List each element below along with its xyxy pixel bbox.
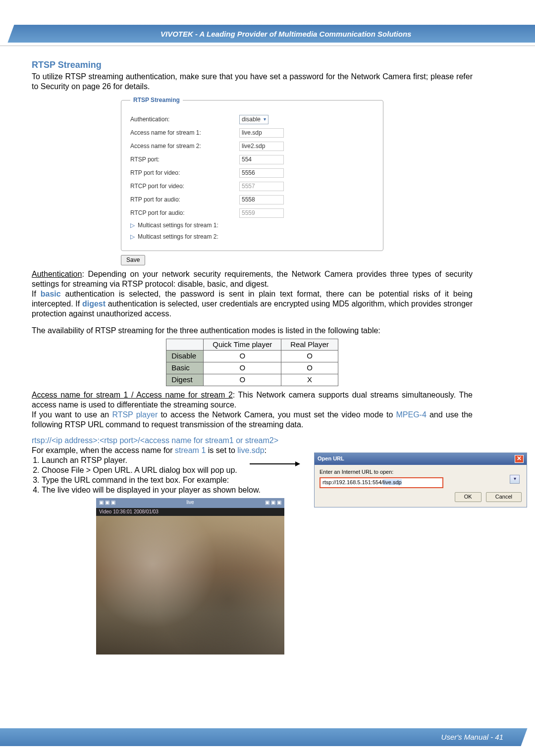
cell: X — [281, 374, 338, 386]
access-underline-label: Access name for stream 1 / Access name f… — [32, 391, 233, 399]
fieldset-legend: RTSP Streaming — [130, 97, 183, 104]
row-access2: Access name for stream 2: live2.sdp — [130, 142, 374, 151]
ok-button[interactable]: OK — [455, 492, 482, 502]
save-button[interactable]: Save — [121, 255, 145, 265]
rtsp-fieldset-figure: RTSP Streaming Authentication: disable ▾… — [121, 97, 383, 251]
chevron-down-icon: ▾ — [264, 116, 266, 123]
section-title: RTSP Streaming — [32, 59, 473, 71]
if-pre: If — [32, 290, 41, 298]
label-authentication: Authentication: — [130, 116, 239, 123]
label-rtcp-video: RTCP port for video: — [130, 183, 239, 190]
cell-disable: Disable — [166, 351, 204, 362]
input-rtp-video[interactable]: 5556 — [239, 168, 284, 178]
row-multicast1[interactable]: ▷ Multicast settings for stream 1: — [130, 222, 374, 229]
player-toolbar-right: ▣ ▣ ▣ — [265, 500, 281, 506]
digest-term: digest — [82, 300, 106, 308]
row-authentication: Authentication: disable ▾ — [130, 115, 374, 124]
input-rtp-audio[interactable]: 5558 — [239, 195, 284, 204]
url-template: rtsp://<ip address>:<rtsp port>/<access … — [32, 436, 473, 446]
label-multicast2: Multicast settings for stream 2: — [138, 233, 218, 241]
example-end: : — [265, 446, 267, 454]
input-access1[interactable]: live.sdp — [239, 128, 284, 138]
player-titlebar: ▣ ▣ ▣ live ▣ ▣ ▣ — [96, 498, 284, 508]
table-row: Digest O X — [166, 374, 338, 386]
input-rtcp-video[interactable]: 5557 — [239, 182, 284, 191]
authentication-select[interactable]: disable ▾ — [239, 115, 268, 124]
cell: O — [204, 351, 281, 362]
dialog-buttons: OK Cancel — [320, 492, 522, 502]
row-access1: Access name for stream 1: live.sdp — [130, 128, 374, 138]
input-access2[interactable]: live2.sdp — [239, 142, 284, 151]
label-rtcp-audio: RTCP port for audio: — [130, 209, 239, 217]
authentication-paragraph: Authentication: Depending on your networ… — [32, 269, 473, 289]
basic-digest-paragraph: If basic authentication is selected, the… — [32, 289, 473, 319]
basic-term: basic — [41, 290, 61, 298]
player-toolbar-left: ▣ ▣ ▣ — [99, 500, 115, 506]
table-header-empty — [166, 339, 204, 351]
live-sdp-term: live.sdp — [237, 446, 264, 454]
auth-table: Quick Time player Real Player Disable O … — [166, 339, 338, 386]
cell: O — [281, 362, 338, 374]
row-rtp-audio: RTP port for audio: 5558 — [130, 195, 374, 204]
header-title: VIVOTEK - A Leading Provider of Multimed… — [160, 30, 411, 38]
row-rtp-video: RTP port for video: 5556 — [130, 168, 374, 178]
row-rtsp-port: RTSP port: 554 — [130, 155, 374, 164]
row-rtcp-audio: RTCP port for audio: 5559 — [130, 208, 374, 218]
steps-and-dialog-row: Launch an RTSP player. Choose File > Ope… — [32, 455, 473, 495]
table-header-quicktime: Quick Time player — [204, 339, 281, 351]
url-input[interactable]: rtsp://192.168.5.151:554/live.sdp — [320, 477, 443, 488]
stream1-term: stream 1 — [175, 446, 206, 454]
mpeg4-term: MPEG-4 — [396, 410, 426, 419]
rtsp-fieldset: RTSP Streaming Authentication: disable ▾… — [121, 97, 383, 251]
page-header-bar: VIVOTEK - A Leading Provider of Multimed… — [0, 25, 535, 43]
dialog-body: Enter an Internet URL to open: rtsp://19… — [315, 465, 527, 507]
access-name-paragraph: Access name for stream 1 / Access name f… — [32, 390, 473, 410]
access2-mid: to access the Network Camera, you must s… — [158, 410, 396, 419]
row-rtcp-video: RTCP port for video: 5557 — [130, 182, 374, 191]
rtsp-player-term: RTSP player — [112, 410, 158, 419]
open-url-dialog: Open URL ✕ Enter an Internet URL to open… — [314, 453, 527, 507]
arrow-icon — [250, 463, 299, 464]
label-rtp-video: RTP port for video: — [130, 169, 239, 177]
cancel-button[interactable]: Cancel — [486, 492, 522, 502]
url-prefix: rtsp://192.168.5.151:554/ — [322, 479, 383, 485]
cell: O — [281, 351, 338, 362]
player-titlebar-text: live — [186, 500, 194, 506]
authentication-select-value: disable — [242, 116, 261, 123]
dialog-titlebar: Open URL ✕ — [315, 453, 527, 465]
dialog-label: Enter an Internet URL to open: — [320, 469, 522, 476]
player-screenshot: ▣ ▣ ▣ live ▣ ▣ ▣ Video 10:36:01 2008/01/… — [96, 498, 284, 655]
label-multicast1: Multicast settings for stream 1: — [138, 222, 218, 229]
table-header-realplayer: Real Player — [281, 339, 338, 351]
page-footer: User's Manual - 41 — [441, 733, 503, 741]
auth-rest: : Depending on your network security req… — [32, 270, 473, 288]
expand-icon: ▷ — [130, 233, 135, 241]
table-row: Basic O O — [166, 362, 338, 374]
label-rtsp-port: RTSP port: — [130, 156, 239, 163]
dialog-title: Open URL — [318, 455, 344, 462]
cell: O — [204, 374, 281, 386]
input-rtcp-audio[interactable]: 5559 — [239, 208, 284, 218]
cell: O — [204, 362, 281, 374]
access2-pre: If you want to use an — [32, 410, 112, 419]
header-rule — [0, 46, 535, 46]
label-access2: Access name for stream 2: — [130, 143, 239, 150]
example-pre: For example, when the access name for — [32, 446, 175, 454]
table-row: Disable O O — [166, 351, 338, 362]
live-video-image — [96, 516, 284, 655]
close-icon[interactable]: ✕ — [515, 455, 524, 463]
input-rtsp-port[interactable]: 554 — [239, 155, 284, 164]
cell-digest: Digest — [166, 374, 204, 386]
player-timestamp: Video 10:36:01 2008/01/03 — [96, 508, 284, 516]
expand-icon: ▷ — [130, 222, 135, 229]
page-content: RTSP Streaming To utilize RTSP streaming… — [32, 59, 473, 655]
url-highlight: live.sdp — [383, 479, 401, 485]
cell-basic: Basic — [166, 362, 204, 374]
row-multicast2[interactable]: ▷ Multicast settings for stream 2: — [130, 233, 374, 241]
label-rtp-audio: RTP port for audio: — [130, 196, 239, 203]
auth-underline-label: Authentication — [32, 270, 82, 278]
example-mid: is set to — [206, 446, 237, 454]
dropdown-icon[interactable]: ▾ — [510, 475, 520, 484]
table-header-row: Quick Time player Real Player — [166, 339, 338, 351]
intro-paragraph: To utilize RTSP streaming authentication… — [32, 72, 473, 92]
